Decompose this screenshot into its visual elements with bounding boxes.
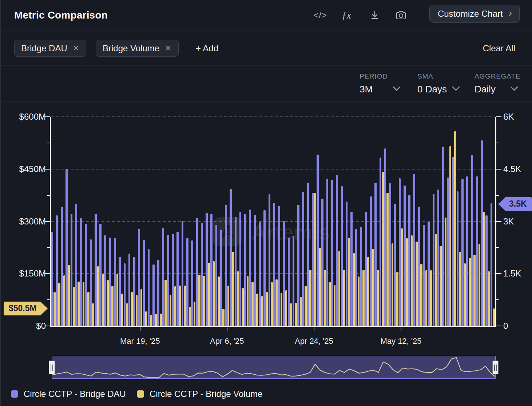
bridge-volume-bar[interactable]: [227, 286, 230, 326]
bridge-dau-bar[interactable]: [374, 183, 377, 326]
bridge-volume-bar[interactable]: [324, 270, 326, 326]
legend-item-bridge-dau[interactable]: Circle CCTP - Bridge DAU: [11, 389, 126, 399]
bridge-volume-bar[interactable]: [459, 252, 461, 326]
bridge-volume-bar[interactable]: [300, 297, 302, 326]
bridge-volume-bar[interactable]: [213, 261, 215, 326]
bridge-dau-bar[interactable]: [370, 196, 372, 326]
navigator-left-handle[interactable]: [49, 361, 55, 374]
bridge-volume-bar[interactable]: [121, 294, 123, 326]
bridge-volume-bar[interactable]: [266, 292, 268, 326]
bridge-volume-bar[interactable]: [411, 235, 413, 326]
bridge-volume-bar[interactable]: [329, 282, 331, 326]
bridge-volume-bar[interactable]: [464, 263, 466, 326]
bridge-volume-bar[interactable]: [208, 263, 210, 326]
bridge-volume-bar[interactable]: [203, 276, 205, 326]
bridge-volume-bar[interactable]: [155, 314, 157, 326]
bridge-dau-bar[interactable]: [51, 232, 53, 326]
bridge-volume-bar[interactable]: [479, 244, 481, 326]
bridge-dau-bar[interactable]: [288, 238, 290, 326]
bridge-dau-bar[interactable]: [413, 174, 415, 326]
bridge-volume-bar[interactable]: [179, 286, 181, 326]
bridge-dau-bar[interactable]: [80, 218, 82, 326]
bridge-dau-bar[interactable]: [461, 179, 464, 326]
bridge-volume-bar[interactable]: [430, 270, 432, 326]
bridge-volume-bar[interactable]: [145, 311, 147, 326]
bridge-dau-bar[interactable]: [235, 217, 237, 326]
bridge-volume-bar[interactable]: [281, 293, 283, 326]
bridge-dau-bar[interactable]: [167, 235, 169, 326]
bridge-volume-bar[interactable]: [164, 280, 167, 326]
bridge-volume-bar[interactable]: [290, 303, 292, 326]
bridge-dau-bar[interactable]: [331, 180, 333, 326]
bridge-volume-bar[interactable]: [237, 271, 239, 326]
bridge-dau-bar[interactable]: [230, 189, 232, 326]
bridge-dau-bar[interactable]: [312, 193, 314, 326]
bridge-dau-bar[interactable]: [321, 199, 323, 326]
bridge-volume-bar[interactable]: [131, 292, 133, 326]
bridge-volume-bar[interactable]: [189, 307, 191, 326]
bridge-dau-bar[interactable]: [143, 240, 145, 326]
bridge-volume-bar[interactable]: [58, 283, 60, 326]
sma-dropdown[interactable]: SMA 0 Days: [411, 66, 468, 101]
bridge-dau-bar[interactable]: [394, 204, 396, 326]
bridge-dau-bar[interactable]: [336, 175, 338, 326]
bridge-dau-bar[interactable]: [176, 232, 179, 326]
bridge-volume-bar[interactable]: [406, 238, 408, 326]
bridge-volume-bar[interactable]: [102, 274, 104, 326]
bridge-dau-bar[interactable]: [423, 225, 425, 326]
bridge-volume-bar[interactable]: [435, 234, 437, 326]
embed-code-icon[interactable]: </>: [312, 0, 328, 31]
bridge-dau-bar[interactable]: [133, 257, 135, 326]
bridge-dau-bar[interactable]: [56, 215, 58, 326]
bridge-dau-bar[interactable]: [138, 229, 140, 326]
download-icon[interactable]: [367, 0, 383, 31]
close-icon[interactable]: ✕: [165, 44, 171, 53]
bridge-volume-bar[interactable]: [396, 272, 398, 326]
bridge-volume-bar[interactable]: [386, 193, 389, 326]
bridge-dau-bar[interactable]: [293, 236, 295, 326]
bridge-dau-bar[interactable]: [104, 235, 106, 326]
bridge-dau-bar[interactable]: [360, 227, 362, 326]
bridge-volume-bar[interactable]: [73, 287, 75, 326]
bridge-volume-bar[interactable]: [232, 252, 234, 326]
bridge-dau-bar[interactable]: [365, 212, 367, 326]
bridge-volume-bar[interactable]: [53, 292, 56, 326]
bridge-volume-bar[interactable]: [338, 251, 341, 326]
bridge-volume-bar[interactable]: [372, 249, 374, 326]
add-metric-button[interactable]: + Add: [196, 40, 218, 57]
bridge-dau-bar[interactable]: [210, 214, 213, 326]
bridge-dau-bar[interactable]: [162, 228, 164, 326]
bridge-volume-bar[interactable]: [63, 275, 65, 326]
bridge-dau-bar[interactable]: [437, 190, 440, 326]
bridge-dau-bar[interactable]: [485, 215, 488, 326]
bridge-volume-bar[interactable]: [78, 282, 80, 326]
bridge-dau-bar[interactable]: [466, 176, 468, 326]
bridge-dau-bar[interactable]: [71, 214, 73, 326]
bridge-dau-bar[interactable]: [65, 169, 68, 326]
bridge-dau-bar[interactable]: [85, 224, 87, 326]
bridge-dau-bar[interactable]: [384, 148, 386, 326]
bridge-volume-bar[interactable]: [343, 270, 345, 326]
bridge-dau-bar[interactable]: [481, 140, 483, 326]
navigator-selected-range[interactable]: [52, 356, 496, 379]
bridge-volume-bar[interactable]: [309, 270, 311, 326]
bridge-volume-bar[interactable]: [136, 295, 138, 326]
bridge-dau-bar[interactable]: [408, 195, 410, 326]
bridge-volume-bar[interactable]: [334, 285, 336, 326]
bridge-volume-bar[interactable]: [483, 212, 485, 326]
bridge-volume-bar[interactable]: [488, 271, 490, 326]
bridge-dau-bar[interactable]: [418, 207, 420, 326]
bridge-dau-bar[interactable]: [124, 263, 126, 326]
bridge-volume-bar[interactable]: [174, 286, 176, 326]
chip-bridge-volume[interactable]: Bridge Volume ✕: [96, 40, 179, 57]
bridge-dau-bar[interactable]: [404, 186, 406, 326]
bridge-dau-bar[interactable]: [99, 224, 102, 326]
bridge-volume-bar[interactable]: [449, 146, 452, 326]
bridge-dau-bar[interactable]: [263, 210, 266, 326]
bridge-dau-bar[interactable]: [196, 218, 198, 326]
bridge-volume-bar[interactable]: [222, 309, 225, 326]
period-dropdown[interactable]: PERIOD 3M: [353, 66, 411, 101]
bridge-volume-bar[interactable]: [92, 303, 94, 326]
bridge-dau-bar[interactable]: [148, 249, 150, 326]
bridge-dau-bar[interactable]: [201, 223, 203, 326]
